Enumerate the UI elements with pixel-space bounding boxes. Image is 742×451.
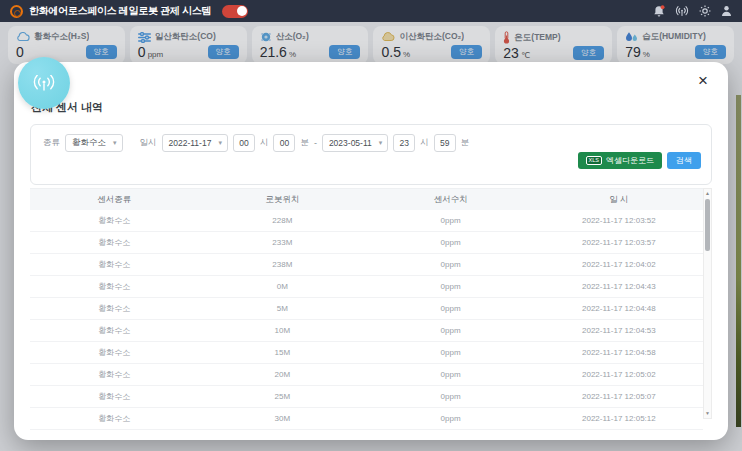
table-cell: 228M (198, 216, 366, 225)
table-cell: 2022-11-17 12:04:48 (535, 304, 703, 313)
app-title: 한화에어로스페이스 레일로봇 관제 시스템 (29, 4, 211, 18)
table-cell: 2022-11-17 12:04:43 (535, 282, 703, 291)
table-cell: 2022-11-17 12:05:07 (535, 392, 703, 401)
table-row: 황화수소233M0ppm2022-11-17 12:03:57 (30, 232, 703, 254)
end-date-select[interactable]: 2023-05-11 ▾ (322, 134, 388, 152)
end-hour-input[interactable] (393, 134, 415, 152)
header-icon-group (653, 5, 732, 18)
end-date-value: 2023-05-11 (329, 138, 372, 148)
table-cell: 233M (198, 238, 366, 247)
table-cell: 0ppm (367, 326, 535, 335)
table-cell: 황화수소 (30, 281, 198, 292)
table-body: 황화수소228M0ppm2022-11-17 12:03:52황화수소233M0… (30, 210, 703, 430)
table-cell: 황화수소 (30, 369, 198, 380)
table-row: 황화수소0M0ppm2022-11-17 12:04:43 (30, 276, 703, 298)
table-cell: 0ppm (367, 348, 535, 357)
table-scrollbar[interactable]: ▲ ▼ (703, 188, 712, 419)
table-cell: 15M (198, 348, 366, 357)
type-label: 종류 (43, 137, 60, 149)
table-cell: 0ppm (367, 282, 535, 291)
header-toggle[interactable] (222, 5, 248, 18)
table-cell: 2022-11-17 12:03:57 (535, 238, 703, 247)
start-minute-input[interactable] (273, 134, 295, 152)
column-header: 센서수치 (367, 194, 535, 206)
table-cell: 2022-11-17 12:04:02 (535, 260, 703, 269)
filter-row: 종류 황화수소 ▾ 일시 2022-11-17 ▾ 시 분 - 2023-05-… (31, 125, 711, 152)
close-icon[interactable]: × (698, 72, 708, 89)
table-cell: 황화수소 (30, 237, 198, 248)
start-date-select[interactable]: 2022-11-17 ▾ (162, 134, 228, 152)
table-cell: 0ppm (367, 392, 535, 401)
table-cell: 10M (198, 326, 366, 335)
table-row: 황화수소25M0ppm2022-11-17 12:05:07 (30, 386, 703, 408)
table-cell: 2022-11-17 12:05:12 (535, 414, 703, 423)
table-row: 황화수소5M0ppm2022-11-17 12:04:48 (30, 298, 703, 320)
table-cell: 2022-11-17 12:03:52 (535, 216, 703, 225)
table-cell: 25M (198, 392, 366, 401)
column-header: 센서종류 (30, 194, 198, 206)
table-cell: 30M (198, 414, 366, 423)
search-button[interactable]: 검색 (667, 152, 701, 169)
excel-download-button[interactable]: XLS 엑셀다운로드 (578, 152, 662, 169)
toggle-knob (237, 6, 247, 16)
chevron-down-icon: ▾ (113, 139, 117, 147)
table-cell: 2022-11-17 12:04:58 (535, 348, 703, 357)
table-cell: 2022-11-17 12:04:53 (535, 326, 703, 335)
table-row: 황화수소15M0ppm2022-11-17 12:04:58 (30, 342, 703, 364)
scroll-up-icon[interactable]: ▲ (705, 190, 710, 197)
filter-panel: 종류 황화수소 ▾ 일시 2022-11-17 ▾ 시 분 - 2023-05-… (30, 124, 712, 185)
table-cell: 2022-11-17 12:05:02 (535, 370, 703, 379)
table-cell: 0M (198, 282, 366, 291)
minute-label: 분 (461, 137, 470, 149)
table-cell: 황화수소 (30, 303, 198, 314)
table-header-row: 센서종류로봇위치센서수치일 시 (30, 188, 703, 210)
sensor-type-select[interactable]: 황화수소 ▾ (65, 134, 123, 152)
hour-label: 시 (260, 137, 269, 149)
table-cell: 238M (198, 260, 366, 269)
table-cell: 0ppm (367, 414, 535, 423)
table-cell: 0ppm (367, 370, 535, 379)
hanwha-logo (10, 5, 23, 18)
minute-label: 분 (300, 137, 309, 149)
sensor-broadcast-fab[interactable] (18, 57, 70, 109)
table-cell: 5M (198, 304, 366, 313)
sensor-history-modal: × 전체 센서 내역 종류 황화수소 ▾ 일시 2022-11-17 ▾ 시 분… (14, 62, 728, 440)
chevron-down-icon: ▾ (379, 139, 383, 147)
table-cell: 황화수소 (30, 325, 198, 336)
broadcast-antenna-icon[interactable] (675, 6, 689, 17)
user-profile-icon[interactable] (721, 5, 732, 17)
scroll-down-icon[interactable]: ▼ (704, 410, 711, 417)
sensor-type-value: 황화수소 (72, 137, 106, 149)
table-cell: 0ppm (367, 304, 535, 313)
settings-gear-icon[interactable] (699, 5, 711, 17)
table-row: 황화수소30M0ppm2022-11-17 12:05:12 (30, 408, 703, 430)
notification-bell-icon[interactable] (653, 5, 665, 18)
column-header: 로봇위치 (198, 194, 366, 206)
table-cell: 황화수소 (30, 391, 198, 402)
top-header: 한화에어로스페이스 레일로봇 관제 시스템 (0, 0, 742, 22)
end-minute-input[interactable] (434, 134, 456, 152)
sensor-table: 센서종류로봇위치센서수치일 시 황화수소228M0ppm2022-11-17 1… (30, 188, 712, 419)
table-row: 황화수소238M0ppm2022-11-17 12:04:02 (30, 254, 703, 276)
table-cell: 황화수소 (30, 413, 198, 424)
chevron-down-icon: ▾ (218, 139, 222, 147)
table-row: 황화수소228M0ppm2022-11-17 12:03:52 (30, 210, 703, 232)
table-cell: 황화수소 (30, 259, 198, 270)
column-header: 일 시 (535, 194, 703, 206)
date-label: 일시 (140, 137, 157, 149)
range-separator: - (314, 138, 317, 148)
excel-download-label: 엑셀다운로드 (606, 155, 654, 166)
table-cell: 0ppm (367, 260, 535, 269)
table-cell: 0ppm (367, 216, 535, 225)
hour-label: 시 (420, 137, 429, 149)
start-date-value: 2022-11-17 (169, 138, 212, 148)
filter-actions: XLS 엑셀다운로드 검색 (578, 152, 701, 169)
xls-icon: XLS (586, 156, 602, 165)
table-cell: 20M (198, 370, 366, 379)
scrollbar-thumb[interactable] (705, 199, 710, 251)
table-row: 황화수소10M0ppm2022-11-17 12:04:53 (30, 320, 703, 342)
table-cell: 황화수소 (30, 215, 198, 226)
table-cell: 황화수소 (30, 347, 198, 358)
start-hour-input[interactable] (233, 134, 255, 152)
table-row: 황화수소20M0ppm2022-11-17 12:05:02 (30, 364, 703, 386)
